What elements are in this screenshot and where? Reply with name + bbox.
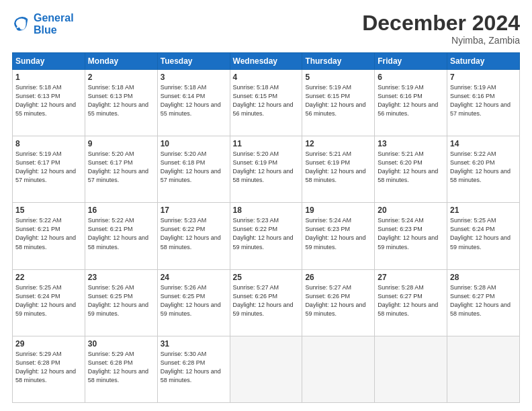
day-number: 3 xyxy=(161,73,227,82)
location: Nyimba, Zambia xyxy=(362,35,520,46)
calendar-cell: 22 Sunrise: 5:25 AM Sunset: 6:24 PM Dayl… xyxy=(13,269,85,336)
calendar-cell xyxy=(302,336,375,402)
day-info: Sunrise: 5:23 AM Sunset: 6:22 PM Dayligh… xyxy=(233,216,300,251)
header-saturday: Saturday xyxy=(447,53,520,70)
day-number: 14 xyxy=(450,139,517,148)
day-info: Sunrise: 5:19 AM Sunset: 6:17 PM Dayligh… xyxy=(15,150,82,185)
day-info: Sunrise: 5:19 AM Sunset: 6:16 PM Dayligh… xyxy=(378,83,444,118)
day-number: 6 xyxy=(378,73,444,82)
day-info: Sunrise: 5:22 AM Sunset: 6:21 PM Dayligh… xyxy=(15,216,82,251)
calendar-cell: 6 Sunrise: 5:19 AM Sunset: 6:16 PM Dayli… xyxy=(375,70,447,136)
calendar-table: Sunday Monday Tuesday Wednesday Thursday… xyxy=(12,52,520,403)
day-info: Sunrise: 5:29 AM Sunset: 6:28 PM Dayligh… xyxy=(15,350,82,385)
calendar-cell: 20 Sunrise: 5:24 AM Sunset: 6:23 PM Dayl… xyxy=(375,203,447,269)
month-title: December 2024 xyxy=(362,12,520,34)
calendar-cell: 2 Sunrise: 5:18 AM Sunset: 6:13 PM Dayli… xyxy=(85,70,157,136)
day-number: 16 xyxy=(88,205,154,215)
day-info: Sunrise: 5:28 AM Sunset: 6:27 PM Dayligh… xyxy=(450,283,517,318)
calendar-cell: 11 Sunrise: 5:20 AM Sunset: 6:19 PM Dayl… xyxy=(230,136,302,203)
calendar-cell: 7 Sunrise: 5:19 AM Sunset: 6:16 PM Dayli… xyxy=(447,70,520,136)
calendar-week-5: 29 Sunrise: 5:29 AM Sunset: 6:28 PM Dayl… xyxy=(13,336,520,402)
logo: General Blue xyxy=(12,12,74,36)
calendar-cell: 17 Sunrise: 5:23 AM Sunset: 6:22 PM Dayl… xyxy=(157,203,230,269)
day-number: 9 xyxy=(88,139,154,148)
logo-text: General Blue xyxy=(34,12,74,36)
calendar-cell: 10 Sunrise: 5:20 AM Sunset: 6:18 PM Dayl… xyxy=(157,136,230,203)
day-number: 24 xyxy=(161,273,227,282)
day-number: 2 xyxy=(88,73,154,82)
day-number: 15 xyxy=(15,205,82,215)
day-info: Sunrise: 5:19 AM Sunset: 6:15 PM Dayligh… xyxy=(305,83,371,118)
day-info: Sunrise: 5:18 AM Sunset: 6:15 PM Dayligh… xyxy=(233,83,300,118)
day-number: 5 xyxy=(305,73,371,82)
header-wednesday: Wednesday xyxy=(230,53,302,70)
calendar-cell: 29 Sunrise: 5:29 AM Sunset: 6:28 PM Dayl… xyxy=(13,336,85,402)
calendar-cell: 28 Sunrise: 5:28 AM Sunset: 6:27 PM Dayl… xyxy=(447,269,520,336)
day-info: Sunrise: 5:27 AM Sunset: 6:26 PM Dayligh… xyxy=(305,283,371,318)
day-info: Sunrise: 5:25 AM Sunset: 6:24 PM Dayligh… xyxy=(450,216,517,251)
day-info: Sunrise: 5:18 AM Sunset: 6:14 PM Dayligh… xyxy=(161,83,227,118)
calendar-cell: 1 Sunrise: 5:18 AM Sunset: 6:13 PM Dayli… xyxy=(13,70,85,136)
day-number: 30 xyxy=(88,339,154,349)
calendar-week-1: 1 Sunrise: 5:18 AM Sunset: 6:13 PM Dayli… xyxy=(13,70,520,136)
calendar-cell: 27 Sunrise: 5:28 AM Sunset: 6:27 PM Dayl… xyxy=(375,269,447,336)
day-info: Sunrise: 5:18 AM Sunset: 6:13 PM Dayligh… xyxy=(15,83,82,118)
day-number: 4 xyxy=(233,73,300,82)
calendar-cell: 3 Sunrise: 5:18 AM Sunset: 6:14 PM Dayli… xyxy=(157,70,230,136)
day-number: 20 xyxy=(378,205,444,215)
day-number: 12 xyxy=(305,139,371,148)
day-info: Sunrise: 5:18 AM Sunset: 6:13 PM Dayligh… xyxy=(88,83,154,118)
calendar-cell: 4 Sunrise: 5:18 AM Sunset: 6:15 PM Dayli… xyxy=(230,70,302,136)
day-number: 25 xyxy=(233,273,300,282)
calendar-cell xyxy=(447,336,520,402)
calendar-header-row: Sunday Monday Tuesday Wednesday Thursday… xyxy=(13,53,520,70)
day-info: Sunrise: 5:19 AM Sunset: 6:16 PM Dayligh… xyxy=(450,83,517,118)
day-number: 27 xyxy=(378,273,444,282)
day-info: Sunrise: 5:27 AM Sunset: 6:26 PM Dayligh… xyxy=(233,283,300,318)
day-number: 8 xyxy=(15,139,82,148)
page: General Blue December 2024 Nyimba, Zambi… xyxy=(0,0,532,411)
calendar-cell xyxy=(230,336,302,402)
day-info: Sunrise: 5:24 AM Sunset: 6:23 PM Dayligh… xyxy=(378,216,444,251)
day-info: Sunrise: 5:26 AM Sunset: 6:25 PM Dayligh… xyxy=(88,283,154,318)
day-info: Sunrise: 5:20 AM Sunset: 6:18 PM Dayligh… xyxy=(161,150,227,185)
day-number: 18 xyxy=(233,205,300,215)
header-monday: Monday xyxy=(85,53,157,70)
calendar-cell: 5 Sunrise: 5:19 AM Sunset: 6:15 PM Dayli… xyxy=(302,70,375,136)
title-block: December 2024 Nyimba, Zambia xyxy=(362,12,520,46)
calendar-cell: 8 Sunrise: 5:19 AM Sunset: 6:17 PM Dayli… xyxy=(13,136,85,203)
day-info: Sunrise: 5:28 AM Sunset: 6:27 PM Dayligh… xyxy=(378,283,444,318)
logo-icon xyxy=(12,15,31,34)
calendar-week-2: 8 Sunrise: 5:19 AM Sunset: 6:17 PM Dayli… xyxy=(13,136,520,203)
calendar-cell: 24 Sunrise: 5:26 AM Sunset: 6:25 PM Dayl… xyxy=(157,269,230,336)
calendar-cell: 26 Sunrise: 5:27 AM Sunset: 6:26 PM Dayl… xyxy=(302,269,375,336)
calendar-cell: 23 Sunrise: 5:26 AM Sunset: 6:25 PM Dayl… xyxy=(85,269,157,336)
calendar-cell: 15 Sunrise: 5:22 AM Sunset: 6:21 PM Dayl… xyxy=(13,203,85,269)
calendar-cell: 25 Sunrise: 5:27 AM Sunset: 6:26 PM Dayl… xyxy=(230,269,302,336)
day-number: 21 xyxy=(450,205,517,215)
day-info: Sunrise: 5:20 AM Sunset: 6:17 PM Dayligh… xyxy=(88,150,154,185)
calendar-cell: 12 Sunrise: 5:21 AM Sunset: 6:19 PM Dayl… xyxy=(302,136,375,203)
calendar-cell: 14 Sunrise: 5:22 AM Sunset: 6:20 PM Dayl… xyxy=(447,136,520,203)
day-info: Sunrise: 5:30 AM Sunset: 6:28 PM Dayligh… xyxy=(161,350,227,385)
day-info: Sunrise: 5:22 AM Sunset: 6:20 PM Dayligh… xyxy=(450,150,517,185)
calendar-cell xyxy=(375,336,447,402)
day-info: Sunrise: 5:21 AM Sunset: 6:20 PM Dayligh… xyxy=(378,150,444,185)
day-info: Sunrise: 5:22 AM Sunset: 6:21 PM Dayligh… xyxy=(88,216,154,251)
calendar-cell: 31 Sunrise: 5:30 AM Sunset: 6:28 PM Dayl… xyxy=(157,336,230,402)
calendar-week-4: 22 Sunrise: 5:25 AM Sunset: 6:24 PM Dayl… xyxy=(13,269,520,336)
day-number: 19 xyxy=(305,205,371,215)
calendar-cell: 18 Sunrise: 5:23 AM Sunset: 6:22 PM Dayl… xyxy=(230,203,302,269)
calendar-cell: 30 Sunrise: 5:29 AM Sunset: 6:28 PM Dayl… xyxy=(85,336,157,402)
day-info: Sunrise: 5:23 AM Sunset: 6:22 PM Dayligh… xyxy=(161,216,227,251)
day-number: 10 xyxy=(161,139,227,148)
day-info: Sunrise: 5:21 AM Sunset: 6:19 PM Dayligh… xyxy=(305,150,371,185)
calendar-cell: 21 Sunrise: 5:25 AM Sunset: 6:24 PM Dayl… xyxy=(447,203,520,269)
day-number: 29 xyxy=(15,339,82,349)
day-number: 22 xyxy=(15,273,82,282)
header-thursday: Thursday xyxy=(302,53,375,70)
header: General Blue December 2024 Nyimba, Zambi… xyxy=(12,12,520,46)
calendar-cell: 19 Sunrise: 5:24 AM Sunset: 6:23 PM Dayl… xyxy=(302,203,375,269)
day-info: Sunrise: 5:25 AM Sunset: 6:24 PM Dayligh… xyxy=(15,283,82,318)
calendar-cell: 9 Sunrise: 5:20 AM Sunset: 6:17 PM Dayli… xyxy=(85,136,157,203)
